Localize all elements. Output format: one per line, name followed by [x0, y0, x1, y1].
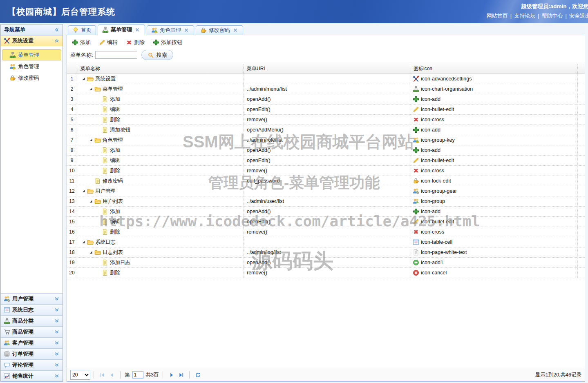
table-row[interactable]: 13用户列表../admin/user/listicon-group — [67, 196, 585, 207]
menu-name-text: 删除 — [110, 229, 120, 236]
refresh-button[interactable] — [193, 370, 203, 380]
table-row[interactable]: 17系统日志icon-table-cell — [67, 237, 585, 247]
page-size-select[interactable]: 20 — [70, 370, 90, 380]
tab-menu-management[interactable]: 菜单管理 — [98, 24, 145, 35]
menu-name-cell: 日志列表 — [77, 247, 244, 257]
row-number: 20 — [67, 268, 77, 278]
sidebar-panel-product-category[interactable]: 商品分类 — [1, 315, 63, 326]
sidebar-panel-user-management[interactable]: 用户管理 — [1, 293, 63, 304]
sidebar-panel-order-management[interactable]: 订单管理 — [1, 348, 63, 359]
table-row[interactable]: 19添加日志openAdd()icon-add1 — [67, 258, 585, 268]
tree-expand-icon[interactable] — [88, 198, 94, 205]
menu-name-cell: 编辑 — [77, 217, 244, 227]
table-row[interactable]: 9编辑openEdit()icon-bullet-edit — [67, 156, 585, 166]
sidebar-panel-product-management-label: 商品管理 — [12, 328, 51, 336]
close-icon[interactable] — [134, 27, 141, 33]
group-key-icon — [9, 63, 16, 70]
table-row[interactable]: 7角色管理../admin/role/listicon-group-key — [67, 135, 585, 145]
accordion-panel-system-settings[interactable]: 系统设置 — [1, 36, 63, 46]
tab-role-management[interactable]: 角色管理 — [147, 25, 194, 35]
next-page-button[interactable] — [166, 370, 176, 380]
row-number: 12 — [67, 186, 77, 196]
tab-menu-management-label: 菜单管理 — [111, 26, 132, 33]
delete-button[interactable]: 删除 — [123, 38, 147, 47]
close-icon[interactable] — [232, 27, 239, 33]
prev-page-button[interactable] — [107, 370, 117, 380]
table-row[interactable]: 16删除remove()icon-cross — [67, 227, 585, 237]
close-icon[interactable] — [183, 27, 190, 33]
chevron-double-up-icon[interactable] — [54, 38, 60, 44]
table-row[interactable]: 5删除remove()icon-cross — [67, 115, 585, 125]
folder-icon — [87, 239, 94, 245]
sidebar-panel-customer-management[interactable]: 客户管理 — [1, 337, 63, 348]
nav-link-help[interactable]: 帮助中心 — [542, 13, 563, 19]
icon-cell: icon-group-gear — [410, 186, 578, 196]
icon-label: icon-page-white-text — [421, 249, 467, 255]
tree-expand-icon[interactable] — [88, 137, 94, 143]
edit-button[interactable]: 编辑 — [96, 38, 120, 47]
search-button[interactable]: 搜索 — [141, 50, 173, 60]
chart-organisation-icon — [4, 318, 10, 324]
sidebar-item-change-password[interactable]: 修改密码 — [2, 72, 61, 83]
tree-expand-icon[interactable] — [80, 76, 87, 82]
menu-url-cell: openAdd() — [244, 207, 410, 216]
sidebar-collapse-icon[interactable] — [54, 27, 60, 33]
filler-cell — [578, 247, 585, 257]
menu-name-text: 用户管理 — [95, 188, 116, 195]
filler-cell — [578, 74, 585, 84]
sidebar-panel-system-log-label: 系统日志 — [12, 306, 51, 314]
nav-link-logout[interactable]: 安全退出 — [569, 13, 588, 19]
nav-link-home[interactable]: 网站首页 — [487, 13, 508, 19]
row-number: 2 — [67, 84, 77, 94]
nav-link-forum[interactable]: 支持论坛 — [514, 13, 535, 19]
sidebar-panel-product-management[interactable]: 商品管理 — [1, 326, 63, 337]
icon-cell: icon-cancel — [410, 268, 578, 278]
menu-url-cell: openEdit() — [244, 156, 410, 165]
tab-change-password[interactable]: 修改密码 — [196, 25, 243, 35]
user-info: 超级管理员:admin，欢迎您! — [487, 3, 588, 10]
add-button[interactable]: 添加 — [69, 38, 93, 47]
chevron-double-down-icon — [54, 329, 60, 335]
table-row[interactable]: 12用户管理icon-group-gear — [67, 186, 585, 196]
menu-name-input[interactable] — [95, 51, 137, 59]
menu-name-text: 删除 — [110, 167, 120, 174]
sidebar-panel-sales-statistics[interactable]: 销售统计 — [1, 370, 63, 381]
table-row[interactable]: 3添加openAdd()icon-add — [67, 94, 585, 105]
tree-expand-icon[interactable] — [88, 86, 94, 92]
page-number-input[interactable] — [132, 371, 143, 379]
table-row[interactable]: 1系统设置icon-advancedsettings — [67, 74, 585, 84]
tree-expand-icon[interactable] — [80, 239, 87, 245]
tree-expand-icon[interactable] — [88, 249, 94, 256]
table-row[interactable]: 11修改密码edit_passwordicon-lock-edit — [67, 176, 585, 186]
row-number: 4 — [67, 105, 77, 114]
table-row[interactable]: 6添加按钮openAddMenu()icon-add — [67, 125, 585, 135]
sidebar-item-role-management[interactable]: 角色管理 — [2, 61, 61, 72]
sidebar-panel-comment-management[interactable]: 评论管理 — [1, 359, 63, 370]
table-row[interactable]: 18日志列表../admin/log/listicon-page-white-t… — [67, 247, 585, 258]
page-icon — [102, 157, 108, 164]
table-row[interactable]: 14添加openAdd()icon-add — [67, 207, 585, 217]
add-menu-button[interactable]: 添加按钮 — [150, 38, 185, 47]
group-icon — [413, 198, 419, 205]
menu-name-text: 添加 — [110, 147, 120, 154]
sidebar-item-role-management-label: 角色管理 — [18, 63, 39, 70]
filler-cell — [578, 207, 585, 216]
tree-expand-icon[interactable] — [80, 188, 87, 194]
row-number: 17 — [67, 237, 77, 247]
table-row[interactable]: 2菜单管理../admin/menu/listicon-chart-organi… — [67, 84, 585, 94]
table-row[interactable]: 20删除remove()icon-cancel — [67, 268, 585, 278]
page-icon — [102, 167, 108, 174]
first-page-button[interactable] — [97, 370, 107, 380]
table-row[interactable]: 4编辑openEdit()icon-bullet-edit — [67, 105, 585, 115]
last-page-button[interactable] — [176, 370, 186, 380]
table-row[interactable]: 10删除remove()icon-cross — [67, 166, 585, 176]
grid-body: 1系统设置icon-advancedsettings2菜单管理../admin/… — [67, 74, 585, 368]
sidebar-panel-system-log[interactable]: 系统日志 — [1, 304, 63, 315]
sidebar-item-menu-management[interactable]: 菜单管理 — [2, 49, 61, 60]
table-row[interactable]: 8添加openAdd()icon-add — [67, 145, 585, 156]
tab-home[interactable]: 首页 — [68, 25, 96, 35]
menu-name-text: 添加 — [110, 96, 120, 103]
table-row[interactable]: 15编辑openEdit()icon-bullet-edit — [67, 217, 585, 227]
menu-name-cell: 修改密码 — [77, 176, 244, 186]
database-icon — [4, 351, 10, 357]
